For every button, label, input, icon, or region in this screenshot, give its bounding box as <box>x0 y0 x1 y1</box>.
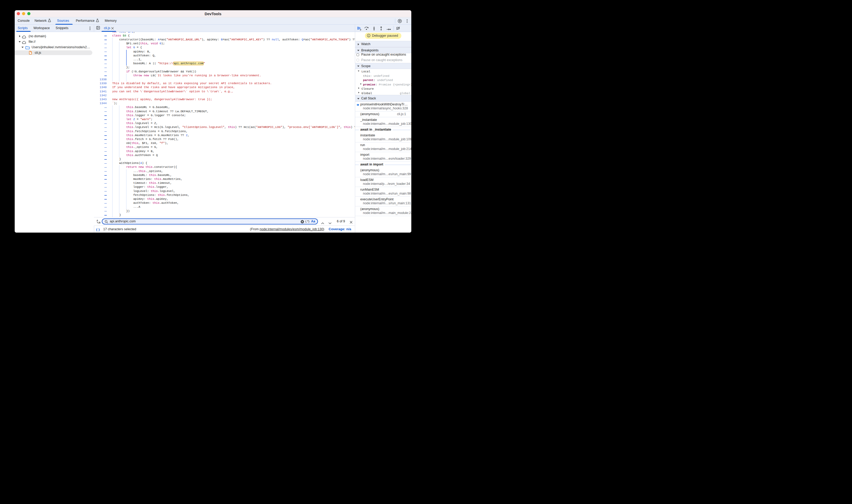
svg-text:B: B <box>99 221 101 224</box>
svg-text:A: A <box>96 219 98 222</box>
